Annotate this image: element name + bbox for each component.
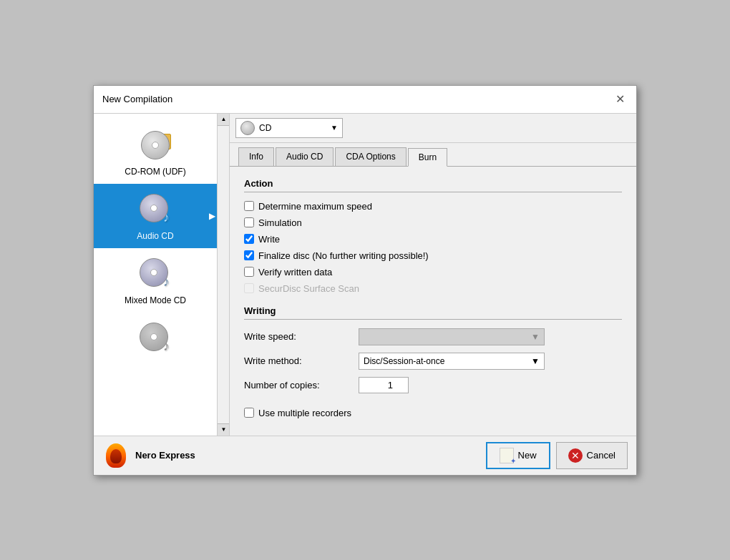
new-button[interactable]: New xyxy=(486,442,550,469)
cdrom-udf-icon xyxy=(137,127,174,164)
sidebar: CD-ROM (UDF) ♪ Audio CD ▶ ♪ xyxy=(94,114,230,436)
sidebar-item-cdrom-udf-label: CD-ROM (UDF) xyxy=(125,167,185,177)
verify-label[interactable]: Verify written data xyxy=(258,267,332,277)
write-checkbox[interactable] xyxy=(244,234,254,244)
simulation-row: Simulation xyxy=(244,217,622,228)
tab-cda-options[interactable]: CDA Options xyxy=(335,147,406,166)
sidebar-item-item4[interactable]: ♪ xyxy=(94,313,217,367)
simulation-checkbox[interactable] xyxy=(244,217,254,227)
tab-burn[interactable]: Burn xyxy=(408,148,447,167)
sidebar-scrollbar[interactable]: ▲ ▼ xyxy=(217,114,229,436)
write-row: Write xyxy=(244,234,622,245)
determine-speed-row: Determine maximum speed xyxy=(244,201,622,212)
item4-icon: ♪ xyxy=(137,320,174,357)
securedisc-checkbox xyxy=(244,283,254,293)
sidebar-item-audio-cd-label: Audio CD xyxy=(137,231,173,241)
use-recorders-section: Use multiple recorders xyxy=(244,408,622,418)
tab-bar: Info Audio CD CDA Options Burn xyxy=(230,143,636,167)
write-label[interactable]: Write xyxy=(258,234,280,245)
write-method-row: Write method: Disc/Session-at-once ▼ xyxy=(244,353,622,370)
write-speed-dropdown[interactable]: ▼ xyxy=(359,328,545,345)
scroll-down-arrow[interactable]: ▼ xyxy=(218,423,230,436)
cd-type-dropdown[interactable]: CD ▼ xyxy=(235,118,343,138)
write-speed-row: Write speed: ▼ xyxy=(244,328,622,345)
writing-divider xyxy=(244,319,622,320)
title-bar: New Compilation ✕ xyxy=(94,86,636,114)
securedisc-row: SecurDisc Surface Scan xyxy=(244,283,622,294)
determine-speed-label[interactable]: Determine maximum speed xyxy=(258,201,372,212)
write-method-control: Disc/Session-at-once ▼ xyxy=(359,353,545,370)
action-divider xyxy=(244,192,622,192)
determine-speed-checkbox[interactable] xyxy=(244,201,254,211)
scroll-up-arrow[interactable]: ▲ xyxy=(218,114,230,126)
copies-control xyxy=(359,377,545,393)
sidebar-item-mixed-mode-cd-label: Mixed Mode CD xyxy=(125,295,186,305)
audio-cd-icon: ♪ xyxy=(137,191,174,228)
write-speed-label: Write speed: xyxy=(244,331,359,342)
sidebar-item-cdrom-udf[interactable]: CD-ROM (UDF) xyxy=(94,119,217,184)
dropdown-label: CD xyxy=(259,123,326,133)
cancel-button[interactable]: ✕ Cancel xyxy=(556,442,628,469)
action-section: Action Determine maximum speed Simulatio… xyxy=(244,178,622,294)
write-method-arrow-icon: ▼ xyxy=(531,356,540,366)
simulation-label[interactable]: Simulation xyxy=(258,217,302,228)
write-method-dropdown[interactable]: Disc/Session-at-once ▼ xyxy=(359,353,545,370)
close-button[interactable]: ✕ xyxy=(612,92,628,107)
top-bar: CD ▼ xyxy=(230,114,636,143)
use-recorders-row: Use multiple recorders xyxy=(244,408,622,418)
copies-row: Number of copies: xyxy=(244,377,622,393)
scroll-track xyxy=(218,126,229,423)
writing-section: Writing Write speed: ▼ Write method: xyxy=(244,305,622,393)
tab-info[interactable]: Info xyxy=(238,147,274,166)
new-button-icon xyxy=(500,448,514,463)
selected-chevron-icon: ▶ xyxy=(209,211,215,221)
brand-label: Nero Express xyxy=(135,450,195,461)
use-recorders-checkbox[interactable] xyxy=(244,408,254,418)
verify-checkbox[interactable] xyxy=(244,267,254,277)
action-section-title: Action xyxy=(244,178,622,189)
footer: Nero Express New ✕ Cancel xyxy=(94,436,636,475)
content-area: CD ▼ Info Audio CD CDA Options Burn xyxy=(230,114,636,436)
burn-tab-content: Action Determine maximum speed Simulatio… xyxy=(230,167,636,436)
new-compilation-dialog: New Compilation ✕ CD-ROM (UDF) xyxy=(93,85,637,476)
brand-area: Nero Express xyxy=(102,442,480,469)
write-method-value: Disc/Session-at-once xyxy=(364,356,444,366)
verify-row: Verify written data xyxy=(244,267,622,277)
cancel-button-label: Cancel xyxy=(587,450,615,461)
use-recorders-label[interactable]: Use multiple recorders xyxy=(258,408,351,418)
dialog-title: New Compilation xyxy=(102,94,172,104)
write-speed-control: ▼ xyxy=(359,328,545,345)
nero-logo-icon xyxy=(102,442,130,469)
dialog-body: CD-ROM (UDF) ♪ Audio CD ▶ ♪ xyxy=(94,114,636,436)
new-button-label: New xyxy=(518,450,537,461)
finalize-checkbox[interactable] xyxy=(244,250,254,260)
copies-label: Number of copies: xyxy=(244,380,359,390)
sidebar-item-audio-cd[interactable]: ♪ Audio CD ▶ xyxy=(94,184,217,248)
footer-buttons: New ✕ Cancel xyxy=(486,442,628,469)
finalize-row: Finalize disc (No further writing possib… xyxy=(244,250,622,261)
sidebar-item-mixed-mode-cd[interactable]: ♪ Mixed Mode CD xyxy=(94,248,217,313)
mixed-mode-cd-icon: ♪ xyxy=(137,255,174,293)
copies-input[interactable] xyxy=(359,377,409,393)
write-method-label: Write method: xyxy=(244,355,359,366)
write-speed-arrow-icon: ▼ xyxy=(531,332,540,342)
writing-section-title: Writing xyxy=(244,305,622,316)
securedisc-label: SecurDisc Surface Scan xyxy=(258,283,359,294)
tab-audio-cd[interactable]: Audio CD xyxy=(276,147,334,166)
cd-mini-icon xyxy=(240,121,255,135)
finalize-label[interactable]: Finalize disc (No further writing possib… xyxy=(258,250,429,261)
dropdown-arrow-icon: ▼ xyxy=(331,124,338,132)
cancel-icon: ✕ xyxy=(568,448,583,463)
